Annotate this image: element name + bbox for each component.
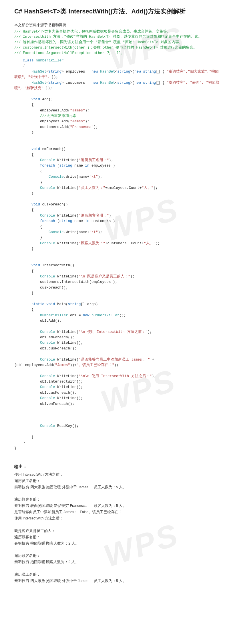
doc-comment: /// IntersectWith 方法："修改"当前的 HashSet<T> …: [14, 34, 221, 40]
code-block: class number1killer { HashSet<string> em…: [14, 58, 221, 451]
doc-comment: /// customers.IntersectWith(other )；参数 o…: [14, 45, 221, 51]
output-line: 遍历顾客名册：: [14, 497, 221, 503]
doc-comment: /// 这种操作是破坏性的，因为该方法会用一个 "新集合" 覆盖 "原始" Ha…: [14, 40, 221, 45]
output-line: 秦羽技穷 四大家族 抱团取暖 外强中干 James 员工人数为：5 人。: [14, 484, 221, 491]
output-line: 使用 IntersectWith 方法之前：: [14, 472, 221, 478]
output-line: 使用 IntersectWith 方法之后：: [14, 515, 221, 522]
output-line: 是否能够向员工中添加新员工 James： False。该员工已经存在！: [14, 509, 221, 515]
output-line: [14, 491, 221, 497]
doc-comment: /// Exceptions ArgumentNullException oth…: [14, 51, 221, 56]
output-line: 秦羽技穷 表面 抱团取暖 黔驴技穷 Francesca 顾客人数为：5 人。: [14, 503, 221, 509]
output-line: 秦羽技穷 抱团取暖 顾客人数为：2 人。: [14, 541, 221, 547]
output-header: 输出：: [14, 463, 221, 470]
output-line: 秦羽技穷 抱团取暖 顾客人数为：2 人。: [14, 559, 221, 565]
output-line: [14, 565, 221, 572]
output-line: 遍历员工名册：: [14, 478, 221, 484]
output-line: [14, 522, 221, 528]
output-line: 遍历顾客名册：: [14, 534, 221, 541]
doc-comment: /// HashSet<T>类专为集合操作优化，包括判断数据项是否集合成员、生成…: [14, 29, 221, 35]
inline-comment: ///无法重复添加元素: [40, 114, 76, 118]
output-line: 遍历顾客名册：: [14, 553, 221, 559]
output-line: [14, 547, 221, 553]
page-title: C# HashSet<T>类 IntersectWith()方法、Add()方法…: [14, 6, 221, 17]
output-line: 秦羽技穷 四大家族 抱团取暖 外强中干 James 员工人数为：5 人。: [14, 578, 221, 584]
intro-text: 本文部分资料来源于书籍和网摘: [14, 22, 221, 28]
output-line: 既是客户又是员工的人：: [14, 528, 221, 534]
output-line: 遍历员工名册：: [14, 572, 221, 578]
